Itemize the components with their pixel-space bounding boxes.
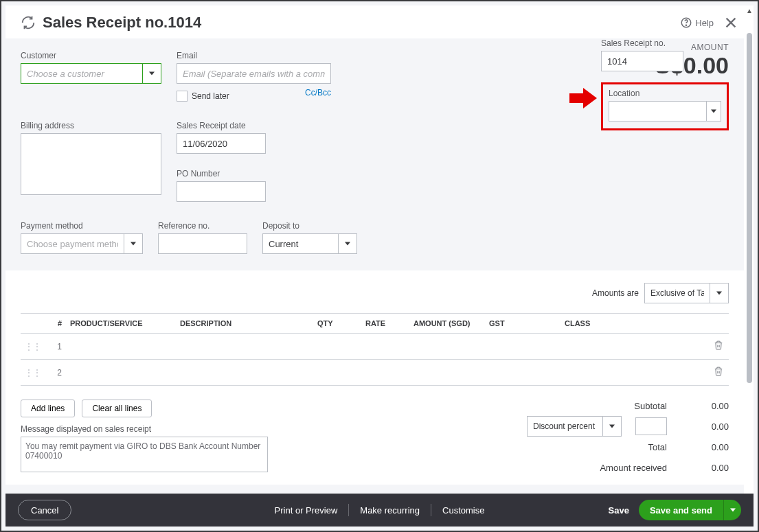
footer-bar: Cancel Print or Preview Make recurring C… [5, 494, 754, 527]
discount-dropdown[interactable] [602, 416, 622, 437]
th-desc: DESCRIPTION [176, 314, 313, 334]
th-gst: GST [485, 314, 560, 334]
received-value: 0.00 [681, 463, 729, 473]
drag-handle-icon[interactable]: ⋮⋮ [21, 360, 45, 386]
subtotal-label: Subtotal [634, 401, 667, 411]
svg-marker-10 [609, 425, 615, 428]
page-title: Sales Receipt no.1014 [43, 14, 201, 32]
amounts-are-input[interactable] [644, 283, 710, 303]
save-and-send-button[interactable]: Save and send [639, 500, 723, 520]
deposit-to-label: Deposit to [262, 221, 357, 231]
billing-label: Billing address [21, 121, 161, 130]
svg-marker-11 [730, 509, 736, 512]
send-later-label: Send later [192, 91, 229, 101]
message-label: Message displayed on sales receipt [21, 424, 268, 434]
svg-marker-7 [131, 242, 136, 246]
payment-method-label: Payment method [21, 221, 143, 231]
receipt-date-label: Sales Receipt date [177, 121, 266, 130]
svg-marker-6 [569, 88, 597, 108]
discount-value: 0.00 [681, 421, 729, 432]
location-dropdown[interactable] [706, 101, 721, 122]
th-rate: RATE [361, 314, 409, 334]
th-product: PRODUCT/SERVICE [66, 314, 176, 334]
table-row[interactable]: ⋮⋮ 2 [21, 360, 729, 386]
add-lines-button[interactable]: Add lines [21, 400, 75, 417]
make-recurring-link[interactable]: Make recurring [349, 505, 431, 516]
email-label: Email [177, 51, 331, 60]
cancel-button[interactable]: Cancel [18, 500, 71, 520]
billing-address[interactable] [21, 133, 161, 195]
deposit-to-input[interactable] [262, 233, 338, 254]
subtotal-value: 0.00 [681, 401, 729, 411]
header-bar: Sales Receipt no.1014 Help [5, 5, 754, 40]
reference-label: Reference no. [158, 221, 247, 231]
print-preview-link[interactable]: Print or Preview [264, 505, 349, 516]
po-input[interactable] [177, 181, 266, 202]
save-button[interactable]: Save [609, 505, 629, 516]
discount-select[interactable] [527, 416, 602, 437]
discount-input[interactable] [635, 417, 667, 435]
ccbcc-link[interactable]: Cc/Bcc [305, 88, 331, 97]
location-label: Location [609, 89, 721, 98]
svg-point-1 [686, 25, 687, 25]
th-qty: QTY [313, 314, 361, 334]
customer-dropdown[interactable] [142, 63, 161, 84]
th-amount: AMOUNT (SGD) [409, 314, 485, 334]
reference-input[interactable] [158, 233, 247, 254]
table-row[interactable]: ⋮⋮ 1 [21, 334, 729, 360]
svg-marker-5 [711, 110, 716, 113]
row-num: 2 [45, 360, 66, 386]
po-label: PO Number [177, 169, 266, 178]
svg-marker-9 [716, 292, 722, 295]
help-button[interactable]: Help [680, 16, 714, 29]
total-value: 0.00 [681, 442, 729, 452]
total-label: Total [648, 442, 667, 452]
red-arrow-icon [569, 86, 597, 110]
receipt-date-input[interactable] [177, 133, 266, 154]
amounts-are-label: Amounts are [592, 288, 639, 298]
save-and-send-dropdown[interactable] [723, 500, 741, 520]
receipt-no-label: Sales Receipt no. [601, 38, 729, 48]
th-class: CLASS [560, 314, 708, 334]
row-num: 1 [45, 334, 66, 360]
scrollbar-thumb[interactable] [747, 33, 752, 383]
location-highlight-box: Location [601, 82, 729, 130]
close-icon[interactable] [723, 15, 738, 30]
delete-row-icon[interactable] [708, 360, 729, 386]
receipt-no-input[interactable] [601, 51, 683, 71]
customer-label: Customer [21, 51, 161, 60]
delete-row-icon[interactable] [708, 334, 729, 360]
customer-input[interactable] [21, 63, 142, 84]
recurring-icon [21, 15, 36, 30]
send-later-checkbox[interactable]: Send later [177, 91, 229, 102]
payment-method-dropdown[interactable] [124, 233, 143, 254]
payment-method-input[interactable] [21, 233, 124, 254]
deposit-to-dropdown[interactable] [338, 233, 357, 254]
email-input[interactable] [177, 63, 331, 84]
help-label: Help [695, 18, 714, 28]
svg-marker-8 [345, 242, 350, 246]
svg-marker-4 [149, 72, 155, 76]
line-items-table: # PRODUCT/SERVICE DESCRIPTION QTY RATE A… [21, 313, 729, 386]
scrollbar[interactable]: ▲ ▼ [744, 5, 754, 527]
amounts-are-dropdown[interactable] [710, 283, 729, 303]
received-label: Amount received [600, 463, 667, 473]
message-input[interactable] [21, 437, 268, 472]
customise-link[interactable]: Customise [431, 505, 495, 516]
drag-handle-icon[interactable]: ⋮⋮ [21, 334, 45, 360]
clear-all-button[interactable]: Clear all lines [82, 400, 152, 417]
th-num: # [45, 314, 66, 334]
location-input[interactable] [609, 101, 706, 122]
